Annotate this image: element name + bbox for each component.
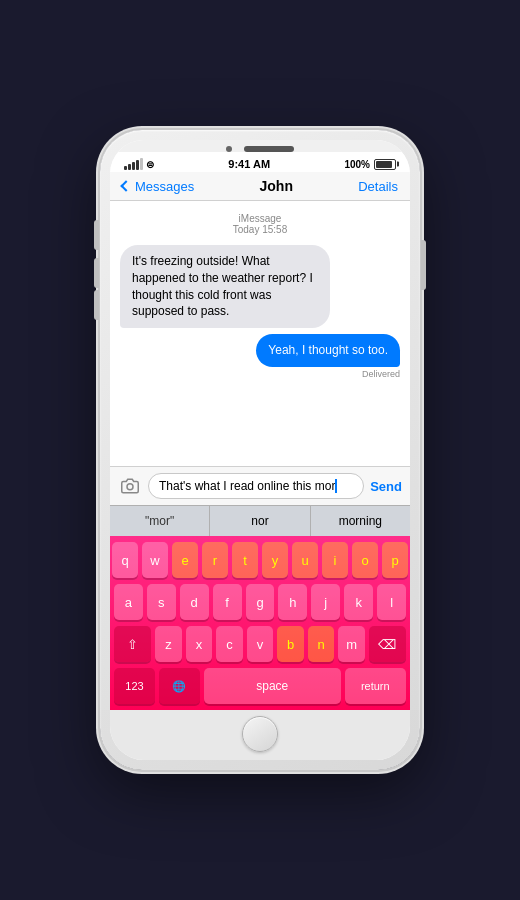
key-y[interactable]: y bbox=[262, 542, 288, 578]
shift-key[interactable]: ⇧ bbox=[114, 626, 151, 662]
home-button[interactable] bbox=[242, 716, 278, 752]
key-m[interactable]: m bbox=[338, 626, 365, 662]
key-b[interactable]: b bbox=[277, 626, 304, 662]
phone-screen: ⊜ 9:41 AM 100% Messages John Details iMe… bbox=[110, 140, 410, 760]
message-row-outgoing: Yeah, I thought so too. Delivered bbox=[120, 334, 400, 379]
key-f[interactable]: f bbox=[213, 584, 242, 620]
key-q[interactable]: q bbox=[112, 542, 138, 578]
key-n[interactable]: n bbox=[308, 626, 335, 662]
status-bar: ⊜ 9:41 AM 100% bbox=[110, 152, 410, 172]
key-x[interactable]: x bbox=[186, 626, 213, 662]
delivered-status: Delivered bbox=[362, 369, 400, 379]
svg-point-0 bbox=[127, 484, 133, 490]
message-input-area: That's what I read online this mor Send bbox=[110, 466, 410, 505]
key-o[interactable]: o bbox=[352, 542, 378, 578]
message-row-incoming: It's freezing outside! What happened to … bbox=[120, 245, 400, 328]
key-v[interactable]: v bbox=[247, 626, 274, 662]
navigation-bar: Messages John Details bbox=[110, 172, 410, 201]
key-h[interactable]: h bbox=[278, 584, 307, 620]
return-key[interactable]: return bbox=[345, 668, 406, 704]
key-k[interactable]: k bbox=[344, 584, 373, 620]
keyboard-row-1: q w e r t y u i o p bbox=[114, 542, 406, 578]
keyboard: q w e r t y u i o p a s d f g h j k bbox=[110, 536, 410, 710]
autocomplete-item-0[interactable]: "mor" bbox=[110, 506, 210, 536]
space-key[interactable]: space bbox=[204, 668, 341, 704]
message-input[interactable]: That's what I read online this mor bbox=[148, 473, 364, 499]
status-right: 100% bbox=[344, 159, 396, 170]
home-button-area bbox=[110, 710, 410, 760]
status-time: 9:41 AM bbox=[228, 158, 270, 170]
key-z[interactable]: z bbox=[155, 626, 182, 662]
key-j[interactable]: j bbox=[311, 584, 340, 620]
key-s[interactable]: s bbox=[147, 584, 176, 620]
battery-percent: 100% bbox=[344, 159, 370, 170]
key-w[interactable]: w bbox=[142, 542, 168, 578]
messages-area: iMessage Today 15:58 It's freezing outsi… bbox=[110, 201, 410, 466]
details-button[interactable]: Details bbox=[358, 179, 398, 194]
wifi-icon: ⊜ bbox=[146, 159, 154, 170]
key-g[interactable]: g bbox=[246, 584, 275, 620]
autocomplete-item-2[interactable]: morning bbox=[311, 506, 410, 536]
back-label: Messages bbox=[135, 179, 194, 194]
key-c[interactable]: c bbox=[216, 626, 243, 662]
outgoing-bubble: Yeah, I thought so too. bbox=[256, 334, 400, 367]
signal-icon bbox=[124, 158, 143, 170]
autocomplete-bar: "mor" nor morning bbox=[110, 505, 410, 536]
globe-key[interactable]: 🌐 bbox=[159, 668, 200, 704]
key-p[interactable]: p bbox=[382, 542, 408, 578]
keyboard-row-4: 123 🌐 space return bbox=[114, 668, 406, 704]
delete-key[interactable]: ⌫ bbox=[369, 626, 406, 662]
contact-name: John bbox=[260, 178, 293, 194]
key-l[interactable]: l bbox=[377, 584, 406, 620]
incoming-bubble: It's freezing outside! What happened to … bbox=[120, 245, 330, 328]
keyboard-row-2: a s d f g h j k l bbox=[114, 584, 406, 620]
top-notch bbox=[110, 140, 410, 152]
key-i[interactable]: i bbox=[322, 542, 348, 578]
key-u[interactable]: u bbox=[292, 542, 318, 578]
imessage-label: iMessage Today 15:58 bbox=[120, 213, 400, 235]
battery-icon bbox=[374, 159, 396, 170]
phone-frame: ⊜ 9:41 AM 100% Messages John Details iMe… bbox=[100, 130, 420, 770]
text-cursor bbox=[335, 479, 337, 493]
input-text: That's what I read online this mor bbox=[159, 479, 335, 493]
keyboard-row-3: ⇧ z x c v b n m ⌫ bbox=[114, 626, 406, 662]
numbers-key[interactable]: 123 bbox=[114, 668, 155, 704]
key-a[interactable]: a bbox=[114, 584, 143, 620]
camera-button[interactable] bbox=[118, 474, 142, 498]
send-button[interactable]: Send bbox=[370, 479, 402, 494]
chevron-left-icon bbox=[120, 180, 131, 191]
status-left: ⊜ bbox=[124, 158, 154, 170]
key-e[interactable]: e bbox=[172, 542, 198, 578]
key-r[interactable]: r bbox=[202, 542, 228, 578]
autocomplete-item-1[interactable]: nor bbox=[210, 506, 310, 536]
key-t[interactable]: t bbox=[232, 542, 258, 578]
battery-fill bbox=[376, 161, 392, 168]
back-button[interactable]: Messages bbox=[122, 179, 194, 194]
key-d[interactable]: d bbox=[180, 584, 209, 620]
